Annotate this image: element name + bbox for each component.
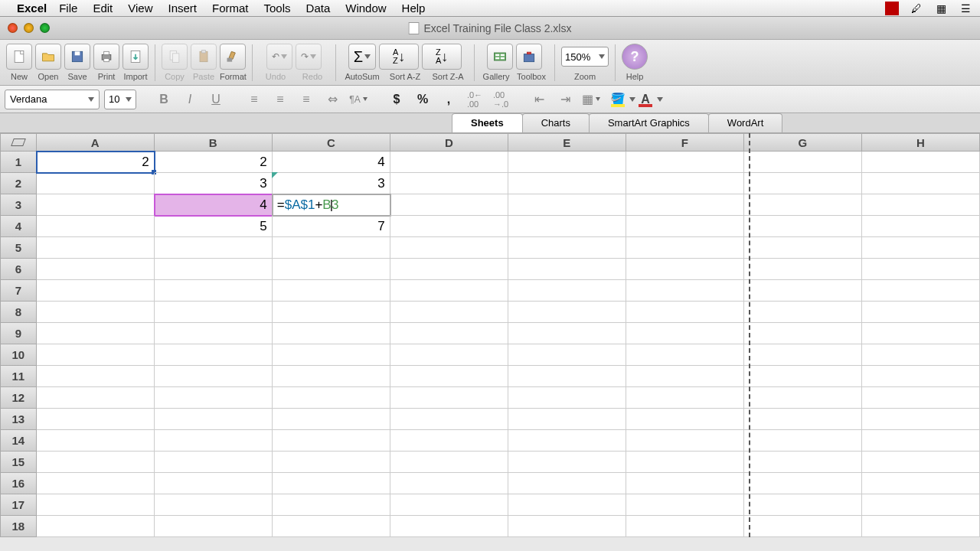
cell-A12[interactable] [37,387,155,409]
cell-F5[interactable] [626,237,744,259]
cell-G1[interactable] [744,152,862,173]
menu-data[interactable]: Data [306,2,331,15]
align-center-button[interactable]: ≡ [270,90,291,109]
cell-H5[interactable] [862,237,980,259]
cell-H4[interactable] [862,216,980,237]
decrease-indent-button[interactable]: ⇤ [528,90,550,109]
cell-H14[interactable] [862,430,980,452]
sort-za-button[interactable]: ZA↓ [422,44,462,70]
cell-C6[interactable] [273,259,390,280]
cell-A11[interactable] [37,366,155,387]
tab-smartart[interactable]: SmartArt Graphics [589,113,709,132]
cell-H18[interactable] [862,516,980,537]
row-header-17[interactable]: 17 [0,494,37,516]
cell-E14[interactable] [508,430,626,452]
cell-C9[interactable] [273,323,390,344]
cell-D4[interactable] [390,216,508,237]
cell-F13[interactable] [626,409,744,430]
cell-G7[interactable] [744,280,862,302]
col-header-H[interactable]: H [862,133,980,152]
cell-E5[interactable] [508,237,626,259]
cell-F3[interactable] [626,194,744,216]
tab-wordart[interactable]: WordArt [708,113,782,132]
cell-A17[interactable] [37,494,155,516]
cell-D6[interactable] [390,259,508,280]
cell-E3[interactable] [508,194,626,216]
menu-format[interactable]: Format [212,2,249,15]
cell-H3[interactable] [862,194,980,216]
cell-D11[interactable] [390,366,508,387]
cell-G11[interactable] [744,366,862,387]
cell-H6[interactable] [862,259,980,280]
cell-B16[interactable] [155,473,273,494]
cell-C1[interactable]: 4 [273,152,390,173]
toolbox-button[interactable] [516,44,542,70]
cell-B12[interactable] [155,387,273,409]
cell-H7[interactable] [862,280,980,302]
menu-view[interactable]: View [128,2,152,15]
row-header-15[interactable]: 15 [0,452,37,473]
cell-B4[interactable]: 5 [155,216,273,237]
cell-B13[interactable] [155,409,273,430]
cell-F14[interactable] [626,430,744,452]
cell-A9[interactable] [37,323,155,344]
new-button[interactable] [6,44,32,70]
cell-G5[interactable] [744,237,862,259]
cell-G17[interactable] [744,494,862,516]
currency-button[interactable]: $ [386,90,407,109]
cell-D9[interactable] [390,323,508,344]
cell-F10[interactable] [626,344,744,366]
cell-D7[interactable] [390,280,508,302]
cell-A8[interactable] [37,302,155,323]
cell-C2[interactable]: 3 [273,173,390,194]
row-header-1[interactable]: 1 [0,152,37,173]
cell-A10[interactable] [37,344,155,366]
cell-F1[interactable] [626,152,744,173]
cell-G13[interactable] [744,409,862,430]
borders-button[interactable]: ▦ [580,90,602,109]
open-button[interactable] [35,44,61,70]
cell-B14[interactable] [155,430,273,452]
cell-B18[interactable] [155,516,273,537]
cell-B7[interactable] [155,280,273,302]
cell-F8[interactable] [626,302,744,323]
cell-A3[interactable] [37,194,155,216]
cell-G4[interactable] [744,216,862,237]
select-all-corner[interactable] [0,133,37,152]
fill-color-button[interactable]: 🪣 [606,90,629,109]
cell-D13[interactable] [390,409,508,430]
underline-button[interactable]: U [205,90,227,109]
cell-F15[interactable] [626,452,744,473]
cell-D10[interactable] [390,344,508,366]
cell-E6[interactable] [508,259,626,280]
col-header-D[interactable]: D [390,133,508,152]
cell-C13[interactable] [273,409,390,430]
cell-D8[interactable] [390,302,508,323]
cell-E18[interactable] [508,516,626,537]
row-header-12[interactable]: 12 [0,387,37,409]
import-button[interactable] [122,44,149,70]
cell-D15[interactable] [390,452,508,473]
cell-A14[interactable] [37,430,155,452]
help-button[interactable]: ? [622,44,648,70]
row-header-5[interactable]: 5 [0,237,37,259]
cell-D1[interactable] [390,152,508,173]
wrap-text-button[interactable]: ¶A [348,90,369,109]
cell-C18[interactable] [273,516,390,537]
cell-E12[interactable] [508,387,626,409]
cell-H12[interactable] [862,387,980,409]
cell-G3[interactable] [744,194,862,216]
cell-G15[interactable] [744,452,862,473]
cell-F12[interactable] [626,387,744,409]
cell-H2[interactable] [862,173,980,194]
row-header-10[interactable]: 10 [0,344,37,366]
cell-F9[interactable] [626,323,744,344]
cell-D16[interactable] [390,473,508,494]
cell-D18[interactable] [390,516,508,537]
cell-C3[interactable]: =$A$1+B|3 [273,194,390,216]
cell-A13[interactable] [37,409,155,430]
row-header-7[interactable]: 7 [0,280,37,302]
cell-B6[interactable] [155,259,273,280]
cell-F11[interactable] [626,366,744,387]
cell-E16[interactable] [508,473,626,494]
